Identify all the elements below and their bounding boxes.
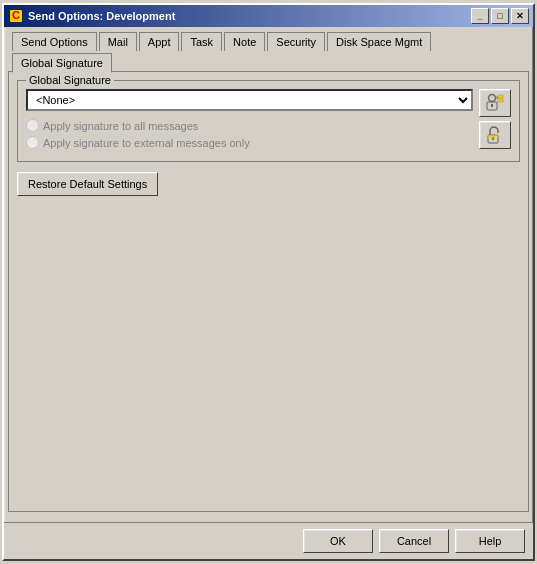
svg-point-3 (489, 95, 496, 102)
signature-dropdown[interactable]: <None> (26, 89, 473, 111)
tab-send-options[interactable]: Send Options (12, 32, 97, 51)
tab-mail[interactable]: Mail (99, 32, 137, 51)
window-icon: C (8, 8, 24, 24)
radio-all-messages[interactable] (26, 119, 39, 132)
restore-row: Restore Default Settings (17, 172, 520, 196)
group-inner-left: <None> Apply signature to all messages A… (26, 89, 473, 153)
bottom-buttons: OK Cancel Help (4, 522, 533, 559)
main-window: C Send Options: Development _ □ ✕ Send O… (2, 3, 535, 561)
ok-button[interactable]: OK (303, 529, 373, 553)
edit-signature-button[interactable] (479, 89, 511, 117)
cancel-button[interactable]: Cancel (379, 529, 449, 553)
spacer (17, 196, 520, 503)
group-box-title: Global Signature (26, 74, 114, 86)
right-icons (479, 89, 511, 149)
svg-rect-11 (488, 135, 498, 139)
svg-rect-5 (498, 95, 503, 98)
help-button[interactable]: Help (455, 529, 525, 553)
radio-external-messages-row: Apply signature to external messages onl… (26, 136, 473, 149)
radio-external-messages[interactable] (26, 136, 39, 149)
global-signature-group: Global Signature <None> (17, 80, 520, 162)
minimize-button[interactable]: _ (471, 8, 489, 24)
tab-disk-space[interactable]: Disk Space Mgmt (327, 32, 431, 51)
restore-defaults-button[interactable]: Restore Default Settings (17, 172, 158, 196)
group-inner: <None> Apply signature to all messages A… (26, 89, 511, 153)
tab-global-signature[interactable]: Global Signature (12, 53, 112, 73)
svg-rect-6 (498, 99, 503, 102)
svg-rect-4 (491, 104, 493, 107)
title-bar-buttons: _ □ ✕ (471, 8, 529, 24)
svg-text:C: C (12, 9, 20, 21)
radio-external-messages-label: Apply signature to external messages onl… (43, 137, 250, 149)
unlock-button[interactable] (479, 121, 511, 149)
tab-appt[interactable]: Appt (139, 32, 180, 51)
title-bar: C Send Options: Development _ □ ✕ (4, 5, 533, 27)
maximize-button[interactable]: □ (491, 8, 509, 24)
tab-bar: Send Options Mail Appt Task Note Securit… (8, 31, 529, 72)
edit-signature-icon (484, 92, 506, 114)
tab-content-global-signature: Global Signature <None> (8, 71, 529, 512)
radio-all-messages-label: Apply signature to all messages (43, 120, 198, 132)
signature-select-wrapper: <None> (26, 89, 473, 111)
window-title: Send Options: Development (28, 10, 471, 22)
tab-note[interactable]: Note (224, 32, 265, 51)
signature-row: <None> (26, 89, 473, 111)
close-button[interactable]: ✕ (511, 8, 529, 24)
unlock-icon (484, 124, 506, 146)
radio-all-messages-row: Apply signature to all messages (26, 119, 473, 132)
tab-security[interactable]: Security (267, 32, 325, 51)
window-content: Send Options Mail Appt Task Note Securit… (4, 27, 533, 522)
tab-task[interactable]: Task (181, 32, 222, 51)
